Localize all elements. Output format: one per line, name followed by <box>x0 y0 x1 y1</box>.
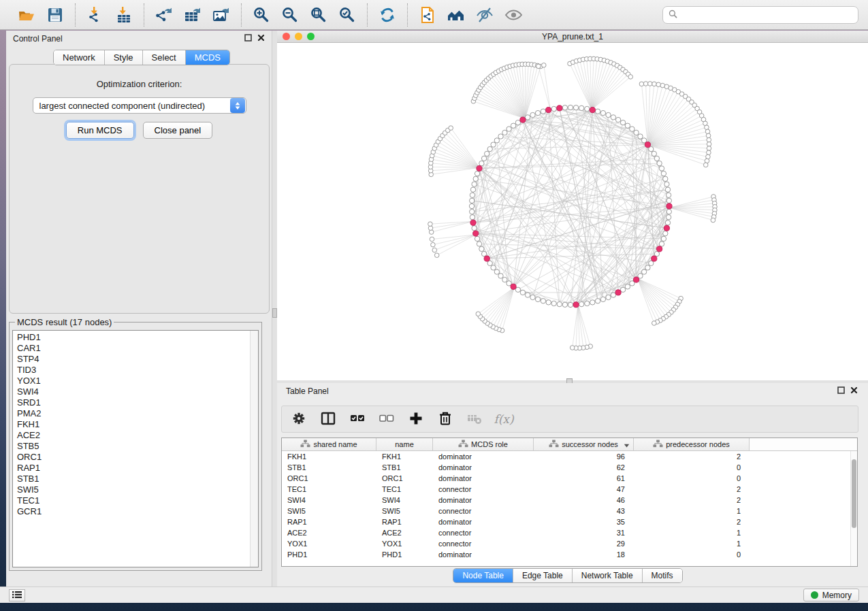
leaf-node[interactable] <box>652 82 657 86</box>
network-node[interactable] <box>525 293 530 297</box>
table-row[interactable]: PHD1PHD1dominator180 <box>282 549 857 560</box>
network-node[interactable] <box>666 193 671 197</box>
mcds-result-item[interactable]: YOX1 <box>17 376 258 386</box>
network-node[interactable] <box>585 301 590 306</box>
network-node[interactable] <box>470 193 475 197</box>
mcds-list-scrollbar[interactable] <box>250 331 258 567</box>
network-node[interactable] <box>541 109 545 114</box>
table-scrollbar-thumb[interactable] <box>852 459 856 528</box>
network-node[interactable] <box>470 187 475 192</box>
mcds-result-item[interactable]: SWI5 <box>17 484 258 495</box>
network-node[interactable] <box>472 226 477 231</box>
leaf-node[interactable] <box>429 230 434 235</box>
network-node[interactable] <box>530 112 535 117</box>
search-field[interactable] <box>662 6 858 24</box>
network-node[interactable] <box>546 300 551 305</box>
network-node[interactable] <box>611 115 615 120</box>
table-row[interactable]: RAP1RAP1dominator352 <box>282 516 857 527</box>
network-node[interactable] <box>615 117 620 122</box>
network-node[interactable] <box>475 236 479 241</box>
network-node[interactable] <box>595 109 600 114</box>
table-mode-gear-button[interactable] <box>290 410 308 428</box>
network-node[interactable] <box>661 236 666 241</box>
network-node[interactable] <box>611 293 615 297</box>
mcds-result-item[interactable]: STP4 <box>17 354 258 365</box>
mcds-result-item[interactable]: PMA2 <box>17 408 258 419</box>
run-mcds-button[interactable]: Run MCDS <box>66 122 134 139</box>
export-image-button[interactable] <box>210 4 233 26</box>
network-node[interactable] <box>541 299 545 303</box>
tab-style[interactable]: Style <box>104 50 142 65</box>
mcds-node[interactable] <box>473 231 479 236</box>
tab-mcds[interactable]: MCDS <box>185 50 229 65</box>
vertical-splitter-handle[interactable] <box>272 308 277 318</box>
network-node[interactable] <box>590 300 595 305</box>
column-header-name[interactable]: name <box>376 438 433 450</box>
network-node[interactable] <box>498 274 503 278</box>
close-panel-button[interactable]: Close panel <box>143 122 213 139</box>
network-node[interactable] <box>649 261 654 265</box>
leaf-node[interactable] <box>656 82 661 87</box>
network-node[interactable] <box>479 246 484 251</box>
optimization-dropdown[interactable]: largest connected component (undirected) <box>33 97 246 114</box>
network-node[interactable] <box>630 127 634 131</box>
mcds-node[interactable] <box>634 277 639 282</box>
network-node[interactable] <box>491 142 496 147</box>
network-node[interactable] <box>487 146 492 151</box>
tab-motifs[interactable]: Motifs <box>642 569 682 582</box>
save-button[interactable] <box>44 4 67 26</box>
network-node[interactable] <box>579 301 584 306</box>
network-node[interactable] <box>657 161 662 165</box>
network-node[interactable] <box>664 182 669 186</box>
mcds-node[interactable] <box>645 142 650 148</box>
leaf-node[interactable] <box>706 133 711 138</box>
mcds-node[interactable] <box>520 117 526 122</box>
select-all-button[interactable] <box>349 410 366 428</box>
network-node[interactable] <box>659 242 664 246</box>
window-minimize-button[interactable] <box>295 33 302 40</box>
network-node[interactable] <box>665 187 670 192</box>
tab-select[interactable]: Select <box>142 50 185 65</box>
leaf-node[interactable] <box>652 321 657 326</box>
table-row[interactable]: ACE2ACE2connector311 <box>282 527 857 538</box>
mcds-node[interactable] <box>615 290 621 295</box>
network-node[interactable] <box>573 105 578 110</box>
network-node[interactable] <box>525 115 530 120</box>
network-node[interactable] <box>487 261 492 265</box>
network-node[interactable] <box>470 215 475 220</box>
zoom-in-button[interactable] <box>250 4 273 26</box>
table-scrollbar[interactable] <box>850 451 857 566</box>
zoom-out-button[interactable] <box>278 4 302 26</box>
export-table-button[interactable] <box>181 4 204 26</box>
mcds-node[interactable] <box>484 256 489 261</box>
network-node[interactable] <box>535 297 540 301</box>
open-folder-button[interactable] <box>15 4 38 26</box>
eye-slash-button[interactable] <box>473 4 496 26</box>
network-node[interactable] <box>530 295 535 299</box>
import-network-button[interactable] <box>84 4 107 26</box>
table-row[interactable]: ORC1ORC1dominator610 <box>282 473 857 484</box>
network-node[interactable] <box>654 251 659 256</box>
network-node[interactable] <box>666 215 671 220</box>
new-column-button[interactable] <box>407 410 425 428</box>
network-node[interactable] <box>472 182 477 186</box>
float-panel-icon[interactable] <box>244 34 252 44</box>
network-node[interactable] <box>515 287 520 292</box>
network-node[interactable] <box>515 120 520 125</box>
leaf-node[interactable] <box>705 129 710 134</box>
leaf-node[interactable] <box>449 126 453 131</box>
mcds-result-item[interactable]: ACE2 <box>17 430 258 441</box>
column-header-successor-nodes[interactable]: successor nodes <box>534 438 634 450</box>
network-node[interactable] <box>520 290 525 295</box>
leaf-node[interactable] <box>570 346 575 350</box>
network-node[interactable] <box>498 134 503 139</box>
network-node[interactable] <box>551 106 556 111</box>
network-node[interactable] <box>606 295 611 299</box>
network-node[interactable] <box>491 265 496 270</box>
network-node[interactable] <box>562 302 567 307</box>
network-node[interactable] <box>620 120 625 125</box>
network-node[interactable] <box>494 138 499 143</box>
network-node[interactable] <box>585 106 590 111</box>
network-node[interactable] <box>470 209 475 214</box>
leaf-node[interactable] <box>536 64 541 69</box>
